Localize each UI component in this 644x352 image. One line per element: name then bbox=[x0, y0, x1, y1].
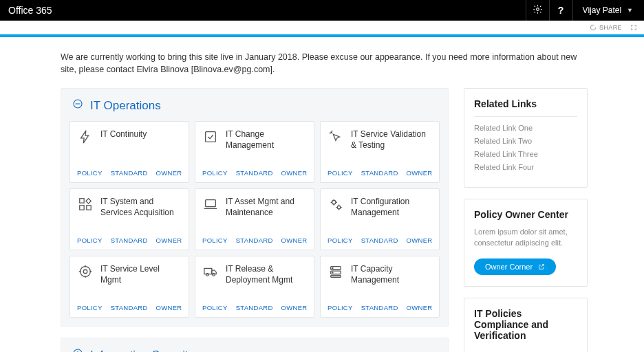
standard-link[interactable]: STANDARD bbox=[361, 236, 398, 244]
content-scroll[interactable]: We are currently working to bring this s… bbox=[0, 37, 636, 352]
question-icon: ? bbox=[558, 5, 564, 16]
card-title: IT Service Level Mgmt bbox=[100, 263, 182, 285]
svg-point-11 bbox=[83, 270, 87, 274]
section-title: Information Security bbox=[90, 349, 194, 352]
compliance-title: IT Policies Compliance and Verification bbox=[474, 308, 577, 341]
target-icon bbox=[77, 263, 94, 280]
user-menu[interactable]: Vijay Patel ▼ bbox=[572, 0, 638, 21]
policy-link[interactable]: POLICY bbox=[328, 236, 353, 244]
section-title: IT Operations bbox=[90, 99, 161, 113]
owner-link[interactable]: OWNER bbox=[281, 169, 308, 177]
svg-rect-17 bbox=[331, 276, 341, 278]
standard-link[interactable]: STANDARD bbox=[236, 236, 273, 244]
standard-link[interactable]: STANDARD bbox=[111, 304, 148, 311]
related-link[interactable]: Related Link Four bbox=[474, 163, 577, 171]
owner-link[interactable]: OWNER bbox=[156, 236, 182, 244]
card-title: IT Release & Deployment Mgmt bbox=[226, 263, 307, 285]
expand-icon bbox=[72, 348, 83, 352]
related-link[interactable]: Related Link Two bbox=[474, 137, 577, 145]
standard-link[interactable]: STANDARD bbox=[236, 169, 273, 177]
related-links-title: Related Links bbox=[474, 98, 577, 109]
card: IT Service Validation & TestingPOLICYSTA… bbox=[320, 121, 440, 183]
related-link[interactable]: Related Link One bbox=[474, 124, 577, 132]
standard-link[interactable]: STANDARD bbox=[111, 236, 148, 244]
section-it-operations: IT Operations IT ContinuityPOLICYSTANDAR… bbox=[61, 88, 449, 327]
svg-point-14 bbox=[213, 274, 215, 276]
svg-rect-4 bbox=[80, 199, 84, 203]
share-button[interactable]: SHARE bbox=[590, 24, 622, 31]
section-toggle-it-operations[interactable]: IT Operations bbox=[72, 98, 440, 113]
policy-link[interactable]: POLICY bbox=[77, 304, 103, 311]
policy-link[interactable]: POLICY bbox=[202, 236, 228, 244]
svg-rect-3 bbox=[206, 132, 216, 142]
app-title: Office 365 bbox=[8, 5, 52, 16]
gear-icon bbox=[533, 4, 543, 16]
policy-link[interactable]: POLICY bbox=[77, 236, 103, 244]
squares-icon bbox=[77, 196, 94, 212]
toolbar: SHARE bbox=[0, 21, 644, 34]
fullscreen-button[interactable] bbox=[630, 24, 637, 31]
svg-point-19 bbox=[332, 272, 333, 273]
svg-point-8 bbox=[332, 201, 336, 205]
owner-link[interactable]: OWNER bbox=[407, 236, 433, 244]
svg-point-0 bbox=[536, 8, 539, 11]
owner-link[interactable]: OWNER bbox=[156, 304, 182, 311]
card-title: IT Service Validation & Testing bbox=[351, 129, 432, 151]
share-label: SHARE bbox=[599, 24, 622, 31]
user-name: Vijay Patel bbox=[583, 6, 621, 15]
svg-rect-7 bbox=[206, 200, 216, 207]
card: IT Service Level MgmtPOLICYSTANDARDOWNER bbox=[69, 256, 189, 318]
standard-link[interactable]: STANDARD bbox=[361, 304, 398, 311]
collapse-icon bbox=[72, 98, 83, 113]
cursor-spark-icon bbox=[328, 129, 344, 145]
section-information-security: Information Security bbox=[61, 338, 449, 352]
owner-link[interactable]: OWNER bbox=[281, 304, 308, 311]
compliance-box: IT Policies Compliance and Verification bbox=[464, 298, 588, 352]
card: IT Release & Deployment MgmtPOLICYSTANDA… bbox=[195, 256, 314, 318]
card-title: IT System and Services Acquisition bbox=[100, 196, 182, 218]
standard-link[interactable]: STANDARD bbox=[361, 169, 398, 177]
section-toggle-information-security[interactable]: Information Security bbox=[72, 348, 440, 352]
chevron-down-icon: ▼ bbox=[627, 7, 633, 14]
owner-corner-label: Owner Corner bbox=[485, 263, 533, 271]
svg-rect-6 bbox=[87, 206, 91, 210]
policy-link[interactable]: POLICY bbox=[77, 169, 103, 177]
svg-point-13 bbox=[206, 274, 209, 276]
card: IT Asset Mgmt and MaintenancePOLICYSTAND… bbox=[195, 188, 314, 250]
main-column: IT Operations IT ContinuityPOLICYSTANDAR… bbox=[61, 88, 449, 352]
owner-corner-button[interactable]: Owner Corner bbox=[474, 258, 556, 275]
check-note-icon bbox=[202, 129, 219, 145]
share-icon bbox=[590, 24, 597, 31]
card: IT Capacity ManagementPOLICYSTANDARDOWNE… bbox=[320, 256, 440, 318]
standard-link[interactable]: STANDARD bbox=[111, 169, 148, 177]
server-icon bbox=[328, 263, 344, 280]
owner-link[interactable]: OWNER bbox=[407, 304, 433, 311]
policy-link[interactable]: POLICY bbox=[202, 304, 228, 311]
owner-link[interactable]: OWNER bbox=[281, 236, 308, 244]
related-links-box: Related Links Related Link One Related L… bbox=[464, 88, 588, 188]
policy-owner-center-desc: Lorem ipsum dolor sit amet, consectetur … bbox=[474, 227, 577, 249]
standard-link[interactable]: STANDARD bbox=[236, 304, 273, 311]
topbar: Office 365 ? Vijay Patel ▼ bbox=[0, 0, 644, 21]
settings-button[interactable] bbox=[526, 0, 549, 21]
policy-owner-center-title: Policy Owner Center bbox=[474, 209, 577, 220]
policy-link[interactable]: POLICY bbox=[328, 304, 353, 311]
gears-icon bbox=[328, 196, 344, 212]
policy-link[interactable]: POLICY bbox=[328, 169, 353, 177]
external-link-icon bbox=[538, 263, 545, 270]
policy-link[interactable]: POLICY bbox=[202, 169, 228, 177]
laptop-icon bbox=[202, 196, 219, 212]
card-title: IT Asset Mgmt and Maintenance bbox=[226, 196, 307, 218]
svg-point-10 bbox=[80, 267, 91, 277]
card: IT System and Services AcquisitionPOLICY… bbox=[69, 188, 189, 250]
related-link[interactable]: Related Link Three bbox=[474, 150, 577, 158]
svg-point-9 bbox=[337, 206, 341, 210]
owner-link[interactable]: OWNER bbox=[156, 169, 182, 177]
card: IT Configuration ManagementPOLICYSTANDAR… bbox=[320, 188, 440, 250]
sidebar: Related Links Related Link One Related L… bbox=[464, 88, 588, 352]
help-button[interactable]: ? bbox=[549, 0, 572, 21]
card-title: IT Capacity Management bbox=[351, 263, 432, 285]
owner-link[interactable]: OWNER bbox=[407, 169, 433, 177]
site-notice: We are currently working to bring this s… bbox=[61, 37, 619, 88]
policy-owner-center-box: Policy Owner Center Lorem ipsum dolor si… bbox=[464, 199, 588, 287]
